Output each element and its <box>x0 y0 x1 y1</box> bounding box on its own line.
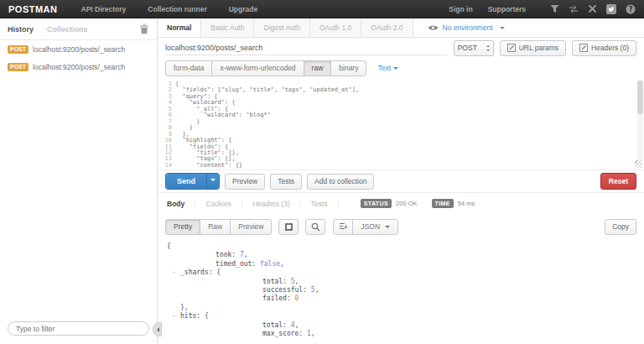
body-tab-binary[interactable]: binary <box>330 60 366 76</box>
auth-tab-basic[interactable]: Basic Auth <box>201 18 254 37</box>
body-tab-urlencoded[interactable]: x-www-form-urlencoded <box>211 60 304 76</box>
help-icon[interactable]: ? <box>626 4 636 14</box>
trash-icon[interactable] <box>139 23 149 34</box>
url-params-label: URL params <box>519 44 558 52</box>
json-punct: { <box>167 242 171 250</box>
history-item[interactable]: POST localhost:9200/posts/_search <box>0 40 157 58</box>
send-button[interactable]: Send <box>165 173 220 190</box>
response-tab-headers[interactable]: Headers (3) <box>242 200 301 208</box>
editor-code-line[interactable]: } <box>175 119 359 125</box>
response-json-line: -_shards: { <box>165 268 636 277</box>
environment-selector[interactable]: No environment <box>428 18 505 37</box>
tests-button[interactable]: Tests <box>270 174 302 190</box>
editor-resize-handle[interactable] <box>635 160 642 168</box>
collapse-marker[interactable]: - <box>172 312 176 321</box>
interceptor-icon[interactable] <box>550 4 559 13</box>
json-key: failed: <box>262 294 295 302</box>
editor-code-line[interactable]: } <box>175 125 359 131</box>
sidebar-collapse-handle[interactable] <box>153 322 162 336</box>
json-key: total: <box>262 321 291 329</box>
json-key: took: <box>216 251 240 258</box>
tab-collections[interactable]: Collections <box>47 25 88 34</box>
body-format-dropdown[interactable]: Text <box>377 64 398 72</box>
send-dropdown-caret[interactable] <box>206 174 219 189</box>
environment-label: No environment <box>443 23 493 32</box>
collapse-icon <box>339 222 348 231</box>
time-badge: TIME <box>432 199 454 208</box>
auth-tab-normal[interactable]: Normal <box>158 18 201 37</box>
format-label: JSON <box>361 222 380 231</box>
status-badge: STATUS <box>361 199 392 208</box>
auth-tab-oauth1[interactable]: OAuth 1.0 <box>310 18 361 37</box>
response-json-line: successful: 5, <box>165 286 636 294</box>
body-type-tabs: form-data x-www-form-urlencoded raw bina… <box>158 58 644 78</box>
app-content: History Collections POST localhost:9200/… <box>0 18 644 343</box>
search-button[interactable] <box>305 219 325 235</box>
history-item[interactable]: POST localhost:9200/posts/_search <box>0 58 157 76</box>
supporters-link[interactable]: Supporters <box>488 5 526 13</box>
editor-code-line[interactable]: "wildcard": "blog*" <box>175 112 359 118</box>
nav-upgrade[interactable]: Upgrade <box>229 5 257 13</box>
json-punct: , <box>315 286 319 294</box>
nav-api-directory[interactable]: API Directory <box>81 5 127 13</box>
body-tab-form-data[interactable]: form-data <box>165 60 212 76</box>
tools-icon[interactable] <box>588 4 597 13</box>
json-punct: , <box>295 278 299 285</box>
headers-button[interactable]: Headers (0) <box>572 40 636 56</box>
response-json-line: total: 4, <box>165 321 636 330</box>
sync-icon[interactable] <box>569 5 579 13</box>
add-to-collection-button[interactable]: Add to collection <box>307 174 374 190</box>
json-punct: , <box>311 330 315 337</box>
view-pretty-button[interactable]: Pretty <box>165 219 200 235</box>
url-params-button[interactable]: URL params <box>500 40 566 56</box>
body-tab-raw[interactable]: raw <box>304 60 332 76</box>
editor-code[interactable]: { "fields": ["slug", "title", "tags", "u… <box>175 81 359 169</box>
request-body-editor[interactable]: 1234567891011121314 { "fields": ["slug",… <box>158 78 644 170</box>
response-json[interactable]: {took: 7,timed_out: false,-_shards: {tot… <box>158 239 644 343</box>
response-json-line: max_score: 1, <box>165 330 636 338</box>
wrap-text-button[interactable] <box>278 219 299 235</box>
method-select[interactable]: POST <box>454 40 494 56</box>
reset-button[interactable]: Reset <box>600 173 636 190</box>
json-key: hits: <box>180 312 205 320</box>
view-raw-button[interactable]: Raw <box>200 219 231 235</box>
view-preview-button[interactable]: Preview <box>230 219 272 235</box>
sign-in-link[interactable]: Sign in <box>449 5 472 13</box>
json-key: timed_out: <box>216 260 260 268</box>
copy-button[interactable]: Copy <box>605 219 636 235</box>
headers-label: Headers (0) <box>591 44 629 52</box>
nav-collection-runner[interactable]: Collection runner <box>148 5 206 13</box>
response-tab-tests[interactable]: Tests <box>301 200 339 208</box>
tab-history[interactable]: History <box>8 25 34 34</box>
search-icon <box>311 222 320 232</box>
editor-code-line[interactable]: "content": {} <box>175 163 359 169</box>
editor-scrollbar-thumb[interactable] <box>637 81 643 114</box>
request-actions: Send Preview Tests Add to collection Res… <box>158 170 644 193</box>
format-dropdown[interactable]: JSON <box>352 219 398 235</box>
response-json-line: { <box>165 242 636 251</box>
sidebar-header: History Collections <box>0 18 157 40</box>
response-viewer-toolbar: Pretty Raw Preview <box>158 214 644 239</box>
json-punct: , <box>280 260 284 268</box>
eye-icon <box>428 24 439 31</box>
response-tab-cookies[interactable]: Cookies <box>195 200 242 208</box>
response-meta: STATUS 200 OK TIME 54 ms <box>361 199 486 208</box>
json-key: _shards: <box>180 268 216 276</box>
response-json-line: timed_out: false, <box>165 260 636 268</box>
preview-button[interactable]: Preview <box>225 174 265 190</box>
chevron-down-icon <box>500 27 505 32</box>
url-input[interactable] <box>165 40 448 55</box>
caret-left-icon <box>154 327 159 332</box>
response-tab-body[interactable]: Body <box>165 200 195 208</box>
json-zero: 0 <box>295 294 299 302</box>
auth-tab-digest[interactable]: Digest Auth <box>254 18 309 37</box>
json-key: total: <box>262 278 291 285</box>
svg-text:?: ? <box>629 5 633 13</box>
auth-tab-oauth2[interactable]: OAuth 2.0 <box>361 18 413 37</box>
send-label: Send <box>166 174 206 189</box>
collapse-marker[interactable]: - <box>172 268 176 277</box>
filter-input[interactable] <box>8 321 149 336</box>
postman-logo[interactable]: POSTMAN <box>8 4 58 14</box>
collapse-all-button[interactable] <box>333 219 353 235</box>
twitter-icon[interactable] <box>606 4 616 14</box>
